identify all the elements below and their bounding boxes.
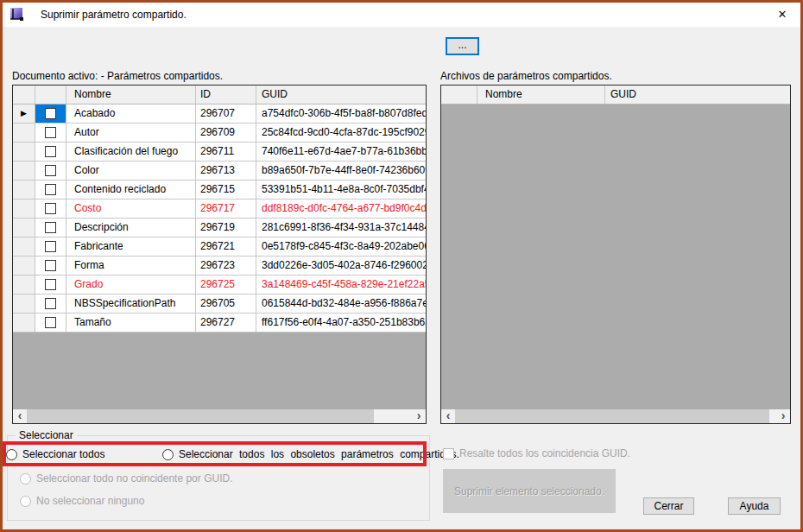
cell-id: 296705 [196, 294, 256, 314]
left-grid-hscrollbar[interactable]: ‹ › [13, 409, 426, 423]
right-grid-scroll-thumb[interactable] [455, 409, 769, 423]
suprimir-elemento-button[interactable]: Suprimir elemento seleccionado. [443, 469, 616, 513]
parameter-files-grid: Nombre GUID ‹ › [440, 85, 791, 424]
row-checkbox-cell[interactable] [35, 238, 66, 256]
row-header-cell[interactable] [13, 142, 35, 162]
cell-id: 296721 [196, 238, 256, 256]
row-header-cell[interactable] [13, 200, 35, 218]
radio-label: Seleccionar todo no coincidente por GUID… [36, 472, 232, 484]
scroll-right-icon[interactable]: › [776, 409, 790, 423]
cell-guid: 3dd0226e-3d05-402a-8746-f29600267... [256, 256, 426, 276]
cell-nombre: Acabado [66, 104, 196, 124]
right-panel-label: Archivos de parámetros compartidos. [440, 70, 612, 82]
row-checkbox-cell[interactable] [35, 180, 66, 200]
current-row-icon: ▶ [21, 104, 27, 123]
close-button[interactable]: ✕ [769, 3, 795, 27]
column-header-nombre[interactable]: Nombre [477, 86, 605, 104]
document-parameters-grid: Nombre ID GUID ▶ Acabado 296707 a754dfc0… [12, 85, 427, 424]
titlebar[interactable]: Suprimir parámetro compartido. ✕ [3, 3, 800, 27]
row-header-cell[interactable] [13, 276, 35, 294]
table-row[interactable]: Fabricante 296721 0e5178f9-c845-4f3c-8a4… [13, 238, 426, 256]
checkbox-column-header[interactable] [35, 86, 66, 104]
checkbox-label: Resalte todos los coincidencia GUID. [459, 447, 630, 459]
table-row[interactable]: Color 296713 b89a650f-7b7e-44ff-8e0f-742… [13, 162, 426, 180]
radio-no-coincidente-guid: Seleccionar todo no coincidente por GUID… [20, 472, 232, 484]
scroll-right-icon[interactable]: › [412, 409, 426, 423]
row-checkbox[interactable] [45, 203, 56, 214]
row-checkbox[interactable] [45, 127, 56, 138]
row-checkbox[interactable] [45, 108, 56, 119]
table-row[interactable]: Descripción 296719 281c6991-8f36-4f34-93… [13, 218, 426, 238]
column-header-nombre[interactable]: Nombre [66, 86, 196, 104]
radio-seleccionar-obsoletos[interactable]: Seleccionar todos los obsoletos parámetr… [162, 448, 459, 460]
cell-guid: 53391b51-4b11-4e8a-8c0f-7035dbf45... [256, 180, 426, 200]
radio-label: No seleccionar ninguno [36, 495, 144, 507]
row-header-cell[interactable] [13, 124, 35, 142]
row-checkbox-cell[interactable] [35, 104, 66, 124]
table-row[interactable]: Autor 296709 25c84fcd-9cd0-4cfa-87dc-195… [13, 124, 426, 142]
row-header-cell[interactable] [13, 238, 35, 256]
row-checkbox[interactable] [45, 298, 56, 309]
row-checkbox-cell[interactable] [35, 294, 66, 314]
radio-circle[interactable] [6, 449, 17, 460]
row-checkbox[interactable] [45, 222, 56, 233]
cell-guid: 0e5178f9-c845-4f3c-8a49-202abe06f6... [256, 238, 426, 256]
row-checkbox-cell[interactable] [35, 200, 66, 218]
left-panel-label: Documento activo: - Parámetros compartid… [12, 70, 223, 82]
table-row[interactable]: Clasificación del fuego 296711 740f6e11-… [13, 142, 426, 162]
radio-circle[interactable] [162, 449, 174, 460]
row-checkbox[interactable] [45, 317, 56, 328]
row-checkbox-cell[interactable] [35, 256, 66, 276]
row-checkbox[interactable] [45, 260, 56, 271]
row-header-cell[interactable]: ▶ [13, 104, 35, 124]
checkbox-resaltar-coincidencia-guid: Resalte todos los coincidencia GUID. [443, 447, 630, 459]
row-header-cell[interactable] [13, 162, 35, 180]
left-grid-empty-area [13, 332, 426, 409]
row-header-cell[interactable] [13, 218, 35, 238]
cell-nombre: Autor [66, 124, 196, 142]
close-icon: ✕ [778, 8, 787, 21]
radio-seleccionar-todos[interactable]: Seleccionar todos [6, 448, 104, 460]
scroll-left-icon[interactable]: ‹ [441, 409, 455, 423]
row-header-column [441, 86, 477, 104]
table-row[interactable]: Costo 296717 ddf8189c-d0fc-4764-a677-bd9… [13, 200, 426, 218]
cerrar-button[interactable]: Cerrar [643, 497, 694, 515]
row-checkbox[interactable] [45, 184, 56, 195]
table-row[interactable]: Grado 296725 3a148469-c45f-458a-829e-21e… [13, 276, 426, 294]
table-row[interactable]: Tamaño 296727 ff617f56-e0f4-4a07-a350-25… [13, 314, 426, 332]
window-title: Suprimir parámetro compartido. [41, 3, 187, 27]
row-checkbox-cell[interactable] [35, 124, 66, 142]
column-header-id[interactable]: ID [196, 86, 256, 104]
right-grid-header: Nombre GUID [441, 86, 790, 104]
row-checkbox-cell[interactable] [35, 314, 66, 332]
row-checkbox-cell[interactable] [35, 142, 66, 162]
table-row[interactable]: NBSSpecificationPath 296705 0615844d-bd3… [13, 294, 426, 314]
cell-guid: a754dfc0-306b-4f5f-ba8f-b807d8fed5f6 [256, 104, 426, 124]
scroll-left-icon[interactable]: ‹ [13, 409, 27, 423]
row-checkbox[interactable] [45, 241, 56, 252]
row-header-cell[interactable] [13, 314, 35, 332]
column-header-guid[interactable]: GUID [605, 86, 790, 104]
row-header-cell[interactable] [13, 256, 35, 276]
row-checkbox-cell[interactable] [35, 162, 66, 180]
table-row[interactable]: Forma 296723 3dd0226e-3d05-402a-8746-f29… [13, 256, 426, 276]
column-header-guid[interactable]: GUID [256, 86, 426, 104]
left-grid-header: Nombre ID GUID [13, 86, 426, 104]
cell-id: 296719 [196, 218, 256, 238]
row-header-cell[interactable] [13, 180, 35, 200]
cell-nombre: Forma [66, 256, 196, 276]
ayuda-button[interactable]: Ayuda [728, 497, 781, 515]
row-checkbox[interactable] [45, 146, 56, 157]
left-grid-scroll-thumb[interactable] [27, 409, 374, 423]
row-checkbox-cell[interactable] [35, 218, 66, 238]
right-grid-hscrollbar[interactable]: ‹ › [441, 409, 790, 423]
radio-circle [20, 473, 31, 484]
row-checkbox[interactable] [45, 279, 56, 290]
browse-button[interactable]: ... [446, 37, 479, 55]
row-checkbox-cell[interactable] [35, 276, 66, 294]
cell-guid: ddf8189c-d0fc-4764-a677-bd9f0c4d6a... [256, 200, 426, 218]
row-header-cell[interactable] [13, 294, 35, 314]
table-row[interactable]: Contenido reciclado 296715 53391b51-4b11… [13, 180, 426, 200]
row-checkbox[interactable] [45, 165, 56, 176]
table-row[interactable]: ▶ Acabado 296707 a754dfc0-306b-4f5f-ba8f… [13, 104, 426, 124]
